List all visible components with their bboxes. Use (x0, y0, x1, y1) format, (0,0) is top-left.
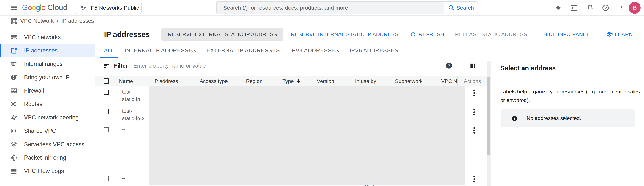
sidebar-item-packet-mirroring[interactable]: Packet mirroring (0, 151, 95, 165)
row-checkbox[interactable] (104, 127, 109, 132)
sidebar-item-internal-ranges[interactable]: Internal ranges (0, 57, 95, 71)
search-icon (448, 4, 455, 11)
sidebar-item-label: Routes (24, 101, 42, 108)
cloud-shell-icon[interactable] (570, 4, 578, 11)
row-checkbox[interactable] (104, 90, 109, 95)
filter-label: Filter (114, 62, 128, 69)
sort-descending-icon (296, 78, 301, 84)
logo-letter: e (41, 3, 46, 12)
gemini-icon[interactable] (554, 4, 562, 11)
sidebar-item-routes[interactable]: Routes (0, 97, 95, 111)
avatar-letter: B (633, 4, 637, 11)
more-options-icon[interactable] (619, 4, 624, 11)
column-header-access-type[interactable]: Access type (200, 76, 228, 86)
filter-icon (103, 62, 110, 69)
column-header-vpc-network[interactable]: VPC Net (441, 76, 457, 86)
google-cloud-logo: Google Cloud (22, 3, 67, 12)
logo-letter: o (32, 3, 36, 12)
tab-external-ip-addresses[interactable]: EXTERNAL IP ADDRESSES (201, 43, 285, 58)
sidebar-item-bring-your-own-ip[interactable]: Bring your own IP (0, 71, 95, 84)
sidebar-item-firewall[interactable]: Firewall (0, 84, 95, 97)
row-actions-menu-icon[interactable] (470, 126, 478, 135)
row-name-line: – (122, 174, 125, 182)
breadcrumb-product[interactable]: VPC Network (20, 18, 54, 24)
info-panel: Select an address Labels help organize y… (492, 43, 644, 186)
content-region: IP addresses RESERVE EXTERNAL STATIC IP … (96, 26, 644, 186)
sidebar: VPC networks IP addresses Internal range… (0, 26, 96, 186)
sidebar-item-vpc-networks[interactable]: VPC networks (0, 30, 95, 44)
table-body: test- static-ip test- static-ip-2 (96, 86, 487, 186)
tab-ipv4-addresses[interactable]: IPV4 ADDRESSES (285, 43, 344, 58)
row-actions-menu-icon[interactable] (470, 108, 478, 117)
sidebar-item-vpc-network-peering[interactable]: VPC network peering (0, 111, 95, 124)
row-actions-menu-icon[interactable] (470, 175, 478, 184)
row-name-line: test- (122, 107, 144, 115)
sidebar-item-label: Internal ranges (24, 61, 62, 67)
page-title: IP addresses (104, 30, 150, 39)
column-display-options-icon[interactable] (469, 62, 476, 69)
search-button-label: Search (456, 5, 474, 11)
column-header-type-label: Type (282, 78, 294, 84)
vpc-networks-icon (10, 34, 17, 41)
column-header-ip-address[interactable]: IP address (153, 76, 178, 86)
sidebar-item-ip-addresses[interactable]: IP addresses (0, 44, 95, 57)
logo-letter: G (22, 3, 28, 12)
sidebar-item-label: VPC network peering (24, 114, 79, 121)
search-input[interactable] (216, 2, 444, 14)
notifications-icon[interactable] (586, 4, 594, 11)
project-selector[interactable]: F5 Networks Public (74, 2, 142, 14)
sidebar-item-label: Serverless VPC access (24, 141, 84, 148)
row-name: test- static-ip-2 (122, 107, 144, 122)
account-avatar[interactable]: B (629, 2, 641, 14)
help-icon[interactable]: ? (602, 4, 609, 11)
vpc-network-peering-icon (10, 114, 17, 121)
select-all-checkbox[interactable] (104, 78, 109, 84)
info-icon (511, 115, 518, 121)
column-header-actions: Actions (464, 76, 481, 86)
column-header-name[interactable]: Name (119, 76, 133, 86)
serverless-vpc-access-icon (10, 141, 17, 148)
sidebar-item-vpc-flow-logs[interactable]: VPC Flow Logs (0, 165, 95, 178)
row-name: – (122, 174, 125, 182)
search-button[interactable]: Search (444, 2, 478, 14)
redacted-table-content (149, 86, 465, 185)
row-actions-menu-icon[interactable] (470, 89, 478, 97)
sidebar-item-label: Shared VPC (24, 128, 56, 134)
scrollbar-thumb[interactable] (487, 77, 490, 155)
release-static-address-button[interactable]: RELEASE STATIC ADDRESS (455, 31, 527, 37)
logo-letter: l (40, 3, 41, 12)
tab-all[interactable]: ALL (99, 43, 120, 58)
filter-help-icon[interactable]: ? (445, 62, 453, 69)
no-selection-text: No addresses selected. (526, 115, 581, 121)
learn-button[interactable]: LEARN (606, 31, 633, 38)
column-header-version[interactable]: Version (317, 76, 334, 86)
row-name: test- static-ip (122, 88, 140, 103)
table-header: Name IP address Access type Region Type … (96, 76, 487, 86)
breadcrumb-separator: / (57, 18, 58, 24)
toolbar-divider (461, 61, 461, 70)
filter-input[interactable] (133, 62, 445, 69)
column-header-type[interactable]: Type (282, 76, 301, 86)
column-header-in-use-by[interactable]: In use by (355, 76, 376, 86)
body: VPC networks IP addresses Internal range… (0, 26, 644, 186)
ip-addresses-icon (10, 47, 17, 54)
reserve-external-static-ip-button[interactable]: RESERVE EXTERNAL STATIC IP ADDRESS (161, 28, 284, 41)
filter-toolbar: Filter ? (96, 58, 492, 73)
vpc-network-icon (10, 17, 17, 24)
column-header-subnetwork[interactable]: Subnetwork (395, 76, 422, 86)
reserve-internal-static-ip-button[interactable]: RESERVE INTERNAL STATIC IP ADDRESS (291, 31, 398, 37)
row-checkbox[interactable] (104, 176, 109, 181)
sidebar-item-shared-vpc[interactable]: Shared VPC (0, 124, 95, 138)
tab-ipv6-addresses[interactable]: IPV6 ADDRESSES (344, 43, 404, 58)
logo-cloud-text: Cloud (47, 3, 67, 12)
sidebar-item-serverless-vpc-access[interactable]: Serverless VPC access (0, 138, 95, 151)
page-action-bar: IP addresses RESERVE EXTERNAL STATIC IP … (96, 26, 644, 43)
sidebar-item-label: VPC Flow Logs (24, 168, 64, 175)
tab-internal-ip-addresses[interactable]: INTERNAL IP ADDRESSES (120, 43, 202, 58)
hide-info-panel-button[interactable]: HIDE INFO PANEL (544, 31, 590, 37)
column-header-region[interactable]: Region (246, 76, 262, 86)
refresh-button[interactable]: REFRESH (410, 31, 444, 37)
row-checkbox[interactable] (104, 109, 109, 114)
menu-icon[interactable] (10, 4, 18, 11)
learn-cap-icon (606, 31, 613, 38)
